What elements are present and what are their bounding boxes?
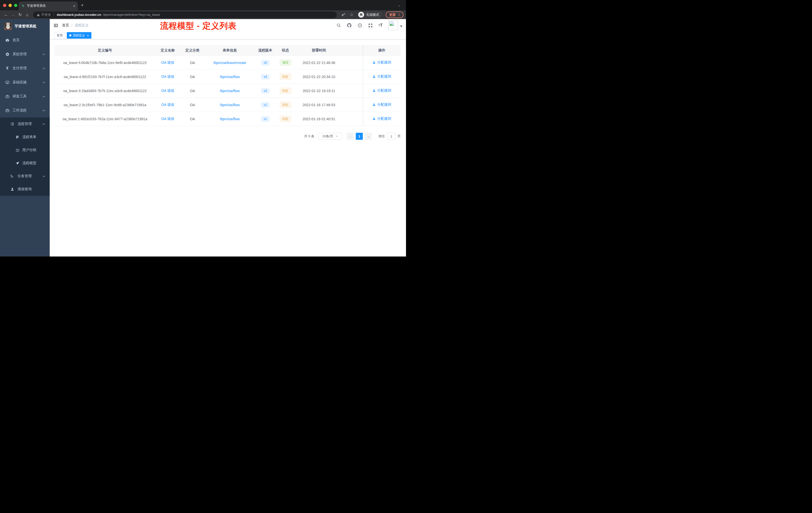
sidebar-item-label: 流程管理 [18,122,32,126]
cell-category: OA [180,61,205,65]
tab-title: 芋道管理系统 [27,4,71,8]
chevron-up-icon [42,123,45,125]
url-path: /bpm/manager/definition?key=oa_leave [103,13,160,17]
browser-menu-dots-icon[interactable]: ⋮ [398,13,401,17]
cell-deploy-time: 2022-01-22 19:19:11 [295,89,343,93]
close-window-button[interactable] [3,4,6,7]
github-icon[interactable] [347,23,352,28]
cell-definition-id: oa_leave:2:3c1f0ef1-76b1-11ec-9c66-a2380… [55,103,155,107]
sidebar-item-label: 基础设施 [12,80,27,85]
url-host: dashboard.yudao.iocoder.cn [57,13,101,17]
form-link[interactable]: /bpm/oa/leave/create [213,61,246,65]
sidebar-item-label: 流程模型 [22,161,36,165]
sidebar-item-workflow[interactable]: 工作流程 [0,103,50,117]
assign-rule-button[interactable]: 分配规则 [373,74,391,79]
assign-rule-button[interactable]: 分配规则 [373,102,391,107]
avatar-caret-icon[interactable] [400,26,403,27]
cell-category: OA [180,75,205,79]
sidebar-item-task-management[interactable]: 任务管理 [0,170,50,183]
app-root: 芋道管理系统 首页 系统管理 ¥ 支付管理 [0,19,406,256]
address-bar[interactable]: 不安全 dashboard.yudao.iocoder.cn/bpm/manag… [33,11,337,18]
definition-name-link[interactable]: OA 请假 [161,117,174,121]
back-button[interactable]: ← [2,12,9,17]
col-header-name: 定义名称 [155,48,180,53]
window-controls [3,4,17,7]
bookmark-star-icon[interactable]: ☆ [350,12,353,17]
assign-rule-button[interactable]: 分配规则 [373,88,391,93]
sidebar-item-label: 支付管理 [12,66,27,70]
definition-name-link[interactable]: OA 请假 [161,89,174,93]
table-row: oa_leave:5:004b710b-7b8a-11ec-8ef0-acde4… [55,56,401,70]
sidebar-item-label: 用户分组 [22,148,36,152]
form-link[interactable]: /bpm/oa/flow [220,117,239,121]
sidebar-item-payment[interactable]: ¥ 支付管理 [0,61,50,75]
definition-table: 定义编号 定义名称 定义分类 表单信息 流程版本 状态 部署时间 操作 oa_l… [55,45,401,126]
page-size-select[interactable]: 10条/页 [318,133,342,140]
tag-close-icon[interactable]: × [87,34,89,37]
next-page-button[interactable]: › [365,133,372,140]
cell-definition-id: oa_leave:5:004b710b-7b8a-11ec-8ef0-acde4… [55,61,155,65]
form-link[interactable]: /bpm/oa/flow [220,89,239,93]
tag-home-label: 首页 [57,33,63,38]
sidebar-item-dev-tools[interactable]: 研发工具 [0,89,50,103]
chrome-update-button[interactable]: 更新 ⋮ [386,11,404,18]
incognito-badge: 无痕模式 [357,11,382,18]
sidebar-item-leave-query[interactable]: 请假查询 [0,183,50,196]
gear-icon [5,52,9,57]
fullscreen-icon[interactable] [368,23,373,28]
page-number-1[interactable]: 1 [356,133,363,140]
sidebar-item-home[interactable]: 首页 [0,33,50,47]
table-row: oa_leave:1:482ec033-762a-11ec-8477-a2380… [55,112,401,126]
prev-page-button[interactable]: ‹ [347,133,354,140]
sidebar-item-system[interactable]: 系统管理 [0,47,50,61]
goto-page-input[interactable] [387,133,396,140]
home-button[interactable]: ⌂ [24,12,31,17]
chevron-down-icon [42,54,45,55]
minimize-window-button[interactable] [8,4,12,7]
password-key-icon[interactable] [341,12,346,17]
definition-name-link[interactable]: OA 请假 [161,60,174,64]
update-label: 更新 [389,12,396,17]
sidebar-item-process-form[interactable]: 流程表单 [0,130,50,144]
tag-home[interactable]: 首页 [54,32,65,39]
help-question-icon[interactable]: ? [357,23,362,28]
tab-close-icon[interactable]: × [73,4,75,8]
font-size-icon[interactable]: TT [379,23,383,28]
search-icon[interactable] [337,23,341,28]
status-badge: 挂起 [280,88,291,94]
chevron-down-icon [42,175,45,177]
briefcase-icon [5,109,9,113]
definition-name-link[interactable]: OA 请假 [161,103,174,107]
security-warning[interactable]: 不安全 [37,12,51,17]
reload-button[interactable]: ↻ [17,12,24,17]
browser-tab[interactable]: 芋道管理系统 × [19,1,78,10]
incognito-label: 无痕模式 [366,12,379,17]
definition-name-link[interactable]: OA 请假 [161,74,174,79]
version-badge: v1 [261,117,269,121]
version-badge: v2 [261,102,269,108]
form-link[interactable]: /bpm/oa/flow [220,103,239,107]
new-tab-button[interactable]: + [81,2,84,8]
tag-active-label: 流程定义 [73,33,85,38]
goto-prefix: 前往 [378,134,385,139]
zoom-window-button[interactable] [14,4,17,7]
status-badge: 挂起 [280,73,291,80]
person-icon [373,103,376,107]
forward-button[interactable]: → [9,12,17,17]
breadcrumb: 首页 / 流程定义 [62,23,89,28]
sidebar-item-process-management[interactable]: 流程管理 [0,117,50,130]
breadcrumb-home[interactable]: 首页 [62,23,69,28]
tab-search-chevron-icon[interactable]: ⌄ [398,3,401,7]
sidebar-item-user-group[interactable]: 用户分组 [0,144,50,157]
form-link[interactable]: /bpm/oa/flow [220,75,239,79]
browser-window: 芋道管理系统 × + ⌄ ← → ↻ ⌂ 不安全 dashboard.yudao… [0,0,406,256]
user-avatar[interactable] [388,21,403,30]
tag-process-definition[interactable]: 流程定义 × [67,32,91,39]
assign-rule-button[interactable]: 分配规则 [373,117,391,121]
sidebar-fold-icon[interactable] [50,19,62,32]
sidebar-logo[interactable]: 芋道管理系统 [0,19,50,33]
version-badge: v5 [261,60,269,65]
sidebar-item-infrastructure[interactable]: 基础设施 [0,75,50,89]
assign-rule-button[interactable]: 分配规则 [373,60,391,65]
sidebar-item-process-model[interactable]: 流程模型 [0,157,50,170]
